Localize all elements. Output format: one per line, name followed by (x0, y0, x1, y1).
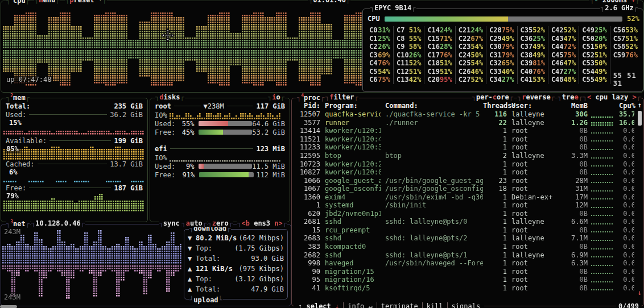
col-program[interactable]: Program: (320, 102, 381, 110)
process-cpu: 0.0 (614, 177, 634, 185)
proc-filter-button[interactable]: filter (325, 93, 359, 101)
process-program: quacfka-service (320, 110, 381, 118)
disks-box-title[interactable]: disks (155, 93, 185, 101)
clock: 01:01:40 (308, 0, 350, 4)
mem-available-graph-wrap: 85% (3, 145, 145, 160)
process-cpu-sparkline (591, 144, 614, 151)
terminate-button[interactable]: terminate (377, 302, 422, 308)
process-user: root (507, 168, 559, 176)
mem-cached-row: Cached:13.7 GiB (3, 160, 145, 168)
process-cpu: 0.0 (614, 268, 634, 276)
net-sync-toggle[interactable]: sync (159, 219, 184, 227)
col-threads[interactable]: Threads: (483, 102, 507, 110)
process-cpu: 0.0 (614, 185, 634, 193)
process-mem: 17M (559, 193, 588, 201)
refresh-interval[interactable]: - 2000ms + (589, 0, 640, 4)
process-row[interactable]: 11521kworker/u120:4-e1root0B0.0 (294, 135, 634, 144)
process-threads: 1 (483, 160, 507, 168)
process-row[interactable]: 95migration/161root0B0.0 (294, 276, 634, 284)
sort-next-button[interactable]: > (633, 93, 637, 101)
process-cpu: 0.0 (614, 251, 634, 259)
process-row[interactable]: 13414kworker/u120:11root0B0.0 (294, 127, 634, 135)
col-mem[interactable]: MemB (559, 102, 588, 110)
col-user[interactable]: User: (507, 102, 559, 110)
iface-prev-button[interactable]: <b (241, 219, 249, 227)
mem-free-graph (3, 192, 145, 211)
proc-box-title[interactable]: 4proc (296, 93, 325, 102)
col-cpu[interactable]: Cpu% (614, 102, 635, 110)
disks-io-toggle[interactable]: io (267, 93, 285, 101)
process-command: /usr/sbin/exim4 -bd -q30m (381, 193, 483, 201)
process-row[interactable]: 998haveged/usr/sbin/haveged --Foreground… (294, 259, 634, 268)
process-row[interactable]: 12507quacfka-service./quacfka-service -k… (294, 110, 634, 119)
process-row[interactable]: 10827kworker/u120:0-e1root0B0.0 (294, 168, 634, 177)
col-pid[interactable]: Pid: (294, 102, 320, 110)
process-row[interactable]: 12595btopbtop2lalleyne3.3M0.0 (294, 152, 634, 160)
process-row[interactable]: 2681sshdsshd: lalleyne@pts/01lalleyne6.6… (294, 218, 634, 226)
cpu-box-title[interactable]: 1cpu (6, 0, 30, 5)
interval-minus-button[interactable]: - (594, 0, 598, 4)
menu-button[interactable]: menu (34, 0, 60, 4)
cpu-core-grid: C031%C125%C226%C369%C476%C554%C675%C751%… (366, 26, 641, 89)
process-row[interactable]: 1066google_guest_ag/usr/bin/google_guest… (294, 176, 634, 185)
process-row[interactable]: 2682sshdsshd: lalleyne@pts/11lalleyne6.9… (294, 251, 634, 259)
signals-button[interactable]: signals (447, 302, 485, 308)
iface-next-button[interactable]: n> (274, 219, 282, 227)
mem-box-title[interactable]: 2mem (6, 93, 30, 102)
net-auto-toggle[interactable]: auto (181, 219, 207, 227)
process-row[interactable]: 620jbd2/nvme0n1p1-81root0B0.0 (294, 210, 634, 218)
process-row[interactable]: 90migration/151root0B0.0 (294, 267, 634, 276)
info-button[interactable]: info ↵ (343, 302, 376, 308)
proc-scrollbar-thumb[interactable] (638, 111, 642, 126)
net-zero-toggle[interactable]: zero (208, 219, 233, 227)
disk-root-io-row: IO% (152, 110, 287, 119)
net-interface-switcher[interactable]: <b ens3 n> (237, 219, 287, 227)
process-mem: 7.1M (559, 234, 588, 242)
process-row[interactable]: 1067google_osconfig/usr/bin/google_oscon… (294, 185, 634, 193)
proc-tree-toggle[interactable]: tree (558, 93, 583, 101)
process-program: kworker/u120:2-e (320, 160, 381, 168)
process-user: root (507, 177, 559, 185)
process-row[interactable]: 1systemd/sbin/init1root12M0.0 (294, 201, 634, 210)
process-row[interactable]: 3577runner./runner22lalleyne1.2G16.0 (294, 119, 634, 127)
process-command: btop (381, 152, 483, 160)
sort-direction-icon[interactable]: ↑ (638, 101, 642, 109)
process-cpu-sparkline (591, 185, 614, 193)
net-up-top-row: ▲Top:(3.12 Gibps) (188, 274, 284, 284)
process-cpu-sparkline (591, 226, 614, 234)
proc-sort-selector[interactable]: < cpu lazy > (583, 93, 641, 101)
process-row[interactable]: 11233kworker/u120:3-e1root0B0.0 (294, 143, 634, 152)
col-command[interactable]: Command: (381, 102, 483, 110)
process-row[interactable]: 1360exim4/usr/sbin/exim4 -bd -q30m1Debia… (294, 193, 634, 201)
sort-prev-button[interactable]: < (587, 93, 591, 101)
process-mem: 28M (559, 177, 588, 185)
proc-per-core-toggle[interactable]: per-core (472, 93, 514, 101)
horizontal-scrollbar-artifact[interactable] (0, 305, 17, 308)
cpu-core-cell: C5350% (579, 59, 609, 68)
process-row[interactable]: 15rcu_preempt1root0B0.0 (294, 226, 634, 235)
scroll-down-icon[interactable]: ↓ (638, 289, 642, 297)
net-box-title[interactable]: 3net (6, 219, 30, 228)
net-box: 3net 10.128.0.46 sync auto zero <b ens3 … (1, 224, 291, 306)
proc-reverse-toggle[interactable]: reverse (517, 93, 555, 101)
cpu-core-cell: C958% (393, 43, 424, 51)
net-ip-address: 10.128.0.46 (31, 219, 85, 227)
interval-plus-button[interactable]: + (631, 0, 635, 4)
process-cpu: 0.0 (614, 259, 634, 267)
cpu-core-cell: C3981% (517, 59, 548, 68)
preset-button[interactable]: preset * (65, 0, 107, 4)
process-row[interactable]: 383kcompactd01root0B0.0 (294, 243, 634, 251)
select-buttons[interactable]: ↑ select ↓ (294, 302, 343, 308)
process-cpu-sparkline (591, 210, 614, 217)
kill-button[interactable]: kill (422, 302, 447, 308)
process-row[interactable]: 10723kworker/u120:2-e1root0B0.0 (294, 160, 634, 168)
process-command: sshd: lalleyne@pts/0 (381, 218, 483, 226)
process-mem: 1.2G (559, 119, 588, 127)
process-pid: 13414 (294, 127, 320, 135)
process-cpu-sparkline (591, 135, 614, 143)
process-row[interactable]: 2683sshdsshd: lalleyne@pts/21lalleyne7.1… (294, 234, 634, 243)
process-row[interactable]: 41ksoftirqd/51root0B0.0 (294, 284, 634, 292)
net-down-total-row: ▼Total:93.0 GiB (188, 253, 284, 264)
net-stats-panel: download upload ▼80.2 MiB/s(642 Mibps) ▼… (184, 229, 288, 299)
process-threads: 2 (483, 152, 507, 160)
